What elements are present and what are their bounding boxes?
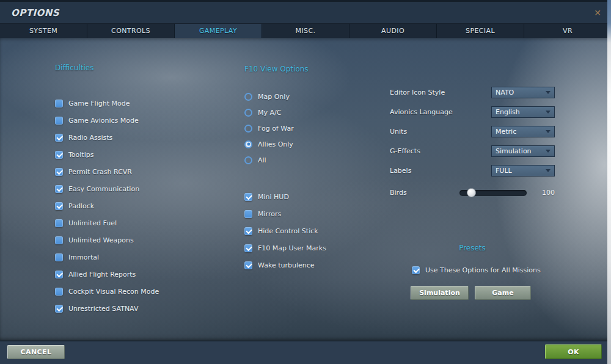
difficulty-label: Padlock	[68, 202, 94, 210]
tab-audio[interactable]: AUDIO	[349, 24, 437, 38]
chevron-down-icon	[546, 111, 551, 114]
f10-option-row-my-a-c[interactable]: My A/C	[244, 104, 309, 120]
difficulty-row-tooltips[interactable]: Tooltips	[55, 146, 159, 163]
birds-value: 100	[542, 189, 555, 197]
f10-option-label: Allies Only	[258, 140, 293, 148]
view-option-label: Hide Control Stick	[258, 227, 318, 235]
birds-slider-track[interactable]	[459, 190, 527, 196]
tab-system[interactable]: SYSTEM	[0, 24, 87, 38]
difficulty-row-game-flight-mode[interactable]: Game Flight Mode	[55, 95, 159, 112]
cancel-button[interactable]: CANCEL	[7, 345, 65, 359]
tab-vr[interactable]: VR	[524, 24, 611, 38]
f10-view-section: F10 View Options Map OnlyMy A/CFog of Wa…	[244, 65, 309, 168]
game-preset-button[interactable]: Game	[475, 286, 531, 300]
f10-option-row-allies-only[interactable]: Allies Only	[244, 136, 309, 152]
use-options-all-missions-checkbox[interactable]	[412, 266, 420, 274]
chevron-down-icon	[546, 169, 551, 172]
setting-label-units: Units	[390, 128, 491, 136]
difficulties-list: Game Flight ModeGame Avionics ModeRadio …	[55, 95, 159, 317]
difficulty-label: Radio Assists	[68, 134, 112, 142]
difficulties-heading: Difficulties	[55, 64, 159, 72]
dropdown-labels[interactable]: FULL	[491, 165, 555, 177]
difficulty-label: Cockpit Visual Recon Mode	[68, 288, 159, 296]
f10-radio-allies-only[interactable]	[244, 140, 252, 148]
dropdown-value-g-effects: Simulation	[496, 147, 546, 155]
difficulty-checkbox-easy-communication[interactable]	[55, 185, 63, 193]
difficulty-checkbox-game-flight-mode[interactable]	[55, 100, 63, 107]
difficulty-checkbox-game-avionics-mode[interactable]	[55, 117, 63, 125]
difficulty-label: Unlimited Weapons	[68, 236, 134, 244]
f10-radio-map-only[interactable]	[244, 93, 252, 101]
ok-button[interactable]: OK	[545, 344, 602, 359]
tab-special[interactable]: SPECIAL	[437, 24, 524, 38]
difficulty-row-cockpit-visual-recon-mode[interactable]: Cockpit Visual Recon Mode	[55, 283, 159, 300]
difficulty-checkbox-padlock[interactable]	[55, 202, 63, 210]
view-option-checkbox-wake-turbulence[interactable]	[244, 261, 252, 269]
difficulty-row-easy-communication[interactable]: Easy Communication	[55, 180, 159, 197]
view-option-row-mirrors[interactable]: Mirrors	[244, 205, 326, 222]
difficulty-checkbox-tooltips[interactable]	[55, 151, 63, 159]
difficulty-row-allied-flight-reports[interactable]: Allied Flight Reports	[55, 266, 159, 283]
tab-controls[interactable]: CONTROLS	[87, 24, 175, 38]
dropdown-g-effects[interactable]: Simulation	[491, 145, 555, 157]
difficulty-checkbox-unlimited-fuel[interactable]	[55, 219, 63, 227]
f10-option-label: All	[258, 156, 266, 164]
view-option-row-mini-hud[interactable]: Mini HUD	[244, 188, 326, 205]
difficulty-checkbox-permit-crash-rcvr[interactable]	[55, 168, 63, 176]
f10-radio-list: Map OnlyMy A/CFog of WarAllies OnlyAll	[244, 89, 309, 168]
f10-option-row-fog-of-war[interactable]: Fog of War	[244, 120, 309, 136]
difficulty-row-permit-crash-rcvr[interactable]: Permit Crash RCVR	[55, 163, 159, 180]
difficulty-label: Unrestricted SATNAV	[68, 305, 138, 313]
dropdown-editor-icon-style[interactable]: NATO	[491, 87, 555, 98]
dropdown-value-editor-icon-style: NATO	[496, 89, 546, 96]
simulation-preset-button[interactable]: Simulation	[411, 286, 469, 300]
presets-heading: Presets	[390, 244, 555, 252]
difficulty-row-padlock[interactable]: Padlock	[55, 197, 159, 214]
difficulty-row-unrestricted-satnav[interactable]: Unrestricted SATNAV	[55, 300, 159, 317]
difficulty-checkbox-cockpit-visual-recon-mode[interactable]	[55, 288, 63, 296]
difficulty-row-game-avionics-mode[interactable]: Game Avionics Mode	[55, 112, 159, 129]
tab-gameplay[interactable]: GAMEPLAY	[175, 24, 262, 38]
view-option-checkbox-hide-control-stick[interactable]	[244, 227, 252, 235]
difficulty-checkbox-unlimited-weapons[interactable]	[55, 236, 63, 244]
difficulty-checkbox-radio-assists[interactable]	[55, 134, 63, 142]
difficulty-checkbox-unrestricted-satnav[interactable]	[55, 305, 63, 313]
presets-all-missions-row[interactable]: Use These Options for All Missions	[412, 261, 541, 278]
view-option-checkbox-mirrors[interactable]	[244, 210, 252, 218]
setting-row-labels: LabelsFULL	[390, 161, 555, 180]
f10-radio-my-a-c[interactable]	[244, 109, 252, 117]
difficulty-checkbox-allied-flight-reports[interactable]	[55, 271, 63, 278]
dropdown-avionics-language[interactable]: English	[491, 106, 555, 118]
birds-slider-knob[interactable]	[467, 188, 476, 197]
f10-option-row-map-only[interactable]: Map Only	[244, 89, 309, 104]
dropdown-value-labels: FULL	[496, 167, 546, 175]
difficulty-row-immortal[interactable]: Immortal	[55, 249, 159, 266]
view-option-label: Mirrors	[258, 210, 281, 218]
f10-option-label: Map Only	[258, 93, 290, 101]
view-option-row-wake-turbulence[interactable]: Wake turbulence	[244, 257, 326, 274]
difficulties-section: Difficulties Game Flight ModeGame Avioni…	[55, 64, 159, 317]
setting-row-g-effects: G-EffectsSimulation	[390, 141, 555, 161]
footer-bar: CANCEL OK	[0, 341, 611, 364]
view-option-row-hide-control-stick[interactable]: Hide Control Stick	[244, 222, 326, 239]
options-window: OPTIONS ✕ SYSTEMCONTROLSGAMEPLAYMISC.AUD…	[0, 0, 611, 364]
chevron-down-icon	[546, 91, 551, 94]
close-icon[interactable]: ✕	[594, 9, 601, 17]
f10-radio-all[interactable]	[244, 156, 252, 164]
difficulty-row-radio-assists[interactable]: Radio Assists	[55, 129, 159, 146]
dropdown-units[interactable]: Metric	[491, 126, 555, 137]
difficulty-row-unlimited-fuel[interactable]: Unlimited Fuel	[55, 214, 159, 231]
view-option-row-f10-map-user-marks[interactable]: F10 Map User Marks	[244, 239, 326, 257]
f10-radio-fog-of-war[interactable]	[244, 125, 252, 133]
f10-view-heading: F10 View Options	[244, 65, 309, 73]
tab-misc[interactable]: MISC.	[262, 24, 349, 38]
f10-option-row-all[interactable]: All	[244, 152, 309, 168]
difficulty-label: Permit Crash RCVR	[68, 168, 132, 176]
tab-bar: SYSTEMCONTROLSGAMEPLAYMISC.AUDIOSPECIALV…	[0, 24, 611, 38]
view-option-checkbox-mini-hud[interactable]	[244, 193, 252, 201]
view-option-checkbox-f10-map-user-marks[interactable]	[244, 244, 252, 252]
difficulty-row-unlimited-weapons[interactable]: Unlimited Weapons	[55, 231, 159, 249]
f10-option-label: Fog of War	[258, 125, 294, 133]
difficulty-checkbox-immortal[interactable]	[55, 253, 63, 261]
setting-label-editor-icon-style: Editor Icon Style	[390, 89, 491, 96]
